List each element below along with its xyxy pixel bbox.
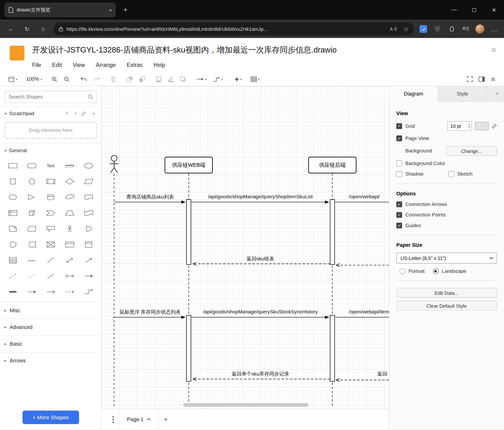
shape-document[interactable] xyxy=(79,190,98,204)
collections-icon[interactable] xyxy=(419,24,428,34)
shape-cube[interactable] xyxy=(22,206,41,220)
grid-size-input[interactable]: 10 pt ▴ ▾ xyxy=(447,121,472,131)
menu-item[interactable]: Help xyxy=(154,62,165,69)
shape-square[interactable] xyxy=(3,175,22,188)
activation-bar[interactable] xyxy=(330,199,334,264)
grid-color-edit-icon[interactable] xyxy=(492,123,497,129)
landscape-radio[interactable] xyxy=(433,268,439,274)
shape-data-storage[interactable] xyxy=(22,238,41,251)
tab-style[interactable]: Style xyxy=(438,86,487,101)
shape-link[interactable] xyxy=(3,285,22,299)
activation-bar[interactable] xyxy=(330,315,334,381)
option-checkbox[interactable] xyxy=(396,201,402,207)
undo-button[interactable] xyxy=(81,76,87,82)
browser-menu-icon[interactable]: … xyxy=(489,24,499,34)
shadow-checkbox[interactable] xyxy=(396,171,402,177)
shape-text[interactable]: Text xyxy=(41,159,60,172)
page-view-checkbox[interactable] xyxy=(396,135,402,141)
shape-and[interactable] xyxy=(3,238,22,251)
waypoint-style-dropdown[interactable]: ▾ xyxy=(213,76,223,82)
scratchpad-help-icon[interactable]: ? xyxy=(63,111,70,116)
shape-arrow-right[interactable] xyxy=(22,285,41,299)
shape-or[interactable] xyxy=(79,222,98,235)
zoom-in-button[interactable] xyxy=(51,76,57,82)
page-tab[interactable]: Page-1 xyxy=(119,409,158,430)
table-dropdown[interactable]: ▾ xyxy=(251,76,260,82)
shape-heading[interactable]: Heading xyxy=(60,159,79,172)
connection-style-dropdown[interactable]: ▾ xyxy=(197,77,207,82)
shape-dotted-line[interactable] xyxy=(22,269,41,283)
minimize-button[interactable]: — xyxy=(444,0,464,20)
menu-item[interactable]: View xyxy=(73,62,85,69)
redo-button[interactable] xyxy=(93,76,100,82)
grid-color-swatch[interactable] xyxy=(475,122,489,130)
scratchpad-edit-icon[interactable] xyxy=(81,111,88,116)
shape-section-header[interactable]: ▸ Advanced xyxy=(0,318,101,335)
shape-vertical-container[interactable] xyxy=(79,238,98,251)
message-label[interactable]: /open/webapi/ xyxy=(348,194,381,199)
shape-bidirectional-connector[interactable] xyxy=(60,269,79,283)
address-bar[interactable]: https://file.kkview.cn/onlinePreview?url… xyxy=(54,22,414,35)
shape-diamond[interactable] xyxy=(60,175,79,188)
menu-item[interactable]: File xyxy=(32,62,41,69)
shape-curve[interactable] xyxy=(41,253,60,267)
general-section-header[interactable]: ▾ General xyxy=(0,144,101,158)
shape-container[interactable] xyxy=(60,238,79,251)
maximize-button[interactable] xyxy=(464,0,484,20)
diagram-canvas[interactable]: 供应链WEB端 供应链后端 查询店铺商品sku列表 /api/goods/sho… xyxy=(102,86,389,409)
scratchpad-header[interactable]: ▾ Scratchpad ? + × xyxy=(0,107,101,121)
menu-item[interactable]: Edit xyxy=(52,62,62,69)
shape-rectangle[interactable] xyxy=(3,159,22,172)
shape-note[interactable] xyxy=(3,222,22,235)
zoom-out-button[interactable] xyxy=(64,76,70,82)
scratchpad-close-icon[interactable]: × xyxy=(90,111,97,116)
message-label[interactable]: /api/goods/shopManage/querySkuStockSyncH… xyxy=(202,309,319,315)
shadow-button[interactable] xyxy=(180,76,186,82)
shape-tape[interactable] xyxy=(79,206,98,220)
refresh-button[interactable]: ↻ xyxy=(21,23,33,35)
shape-step[interactable] xyxy=(41,206,60,220)
insert-dropdown[interactable]: + ▾ xyxy=(234,75,242,83)
shape-bidirectional-arrow[interactable] xyxy=(60,253,79,267)
actor-figure[interactable] xyxy=(110,156,118,173)
shape-section-header[interactable]: ▸ Arrows xyxy=(0,352,101,369)
scratchpad-add-icon[interactable]: + xyxy=(72,111,79,116)
to-front-button[interactable] xyxy=(127,76,133,82)
shape-card[interactable] xyxy=(22,222,41,235)
fullscreen-button[interactable] xyxy=(467,76,473,82)
browser-tab[interactable]: drawio文件预览 × xyxy=(5,3,116,18)
shape-dashed-edge[interactable] xyxy=(60,285,79,299)
shape-cylinder[interactable] xyxy=(41,190,60,204)
menu-item[interactable]: Extras xyxy=(127,62,143,69)
view-dropdown[interactable]: ▾ xyxy=(8,76,18,82)
horizontal-scrollbar[interactable] xyxy=(183,403,309,407)
shape-circle[interactable] xyxy=(22,175,41,188)
paper-size-select[interactable]: US-Letter (8,5" x 11") xyxy=(396,252,497,263)
shape-triangle[interactable] xyxy=(22,190,41,204)
fill-color-button[interactable] xyxy=(156,76,162,82)
profile-avatar[interactable] xyxy=(475,24,485,34)
shape-rounded-rectangle[interactable] xyxy=(22,159,41,172)
message-label[interactable]: 鼠标悬浮 库存同步状态列表 xyxy=(119,309,182,316)
portrait-radio[interactable] xyxy=(399,268,405,274)
shield-extension-icon[interactable]: T xyxy=(433,24,442,34)
shape-parallelogram[interactable] xyxy=(79,175,98,188)
shape-elbow[interactable] xyxy=(79,285,98,299)
shape-line[interactable] xyxy=(41,269,60,283)
message-label[interactable]: 返回单个sku库存同步记录 xyxy=(231,371,290,377)
add-page-button[interactable]: + xyxy=(158,415,173,424)
shape-section-header[interactable]: ▸ Misc xyxy=(0,302,101,318)
grid-checkbox[interactable] xyxy=(396,123,402,129)
stepper-down-icon[interactable]: ▾ xyxy=(469,126,470,129)
line-color-button[interactable] xyxy=(168,76,174,82)
delete-button[interactable] xyxy=(110,76,116,82)
message-label[interactable]: 返回 xyxy=(376,371,388,377)
sketch-checkbox[interactable] xyxy=(448,171,454,177)
shape-switch[interactable] xyxy=(41,238,60,251)
message-label[interactable]: /open/webapi/item xyxy=(348,309,389,315)
to-back-button[interactable] xyxy=(139,76,145,82)
theme-toggle-icon[interactable]: ☼ xyxy=(490,45,497,54)
shape-section-header[interactable]: ▸ Basic xyxy=(0,335,101,352)
option-checkbox[interactable] xyxy=(396,223,402,228)
shape-process[interactable] xyxy=(41,175,60,188)
